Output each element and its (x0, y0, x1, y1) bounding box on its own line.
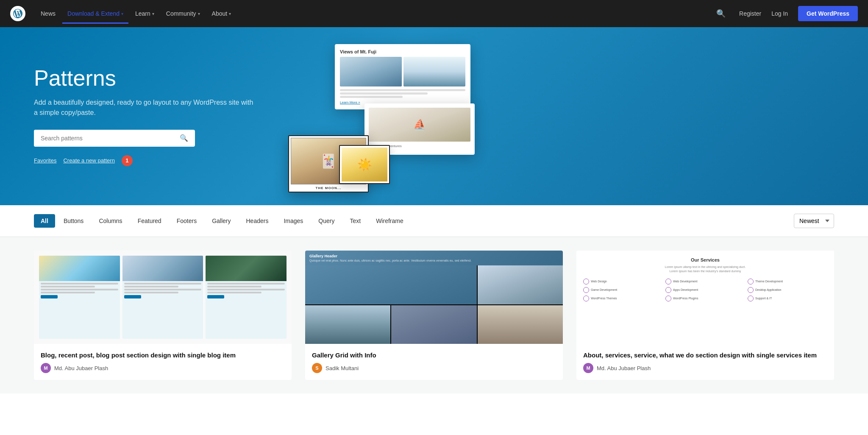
nav-item-learn[interactable]: Learn ▾ (130, 7, 159, 20)
service-label: WordPress Themes (591, 297, 617, 300)
tab-all[interactable]: All (34, 214, 55, 228)
chevron-down-icon: ▾ (152, 11, 154, 16)
service-dot (748, 279, 754, 284)
gallery-cell (478, 305, 563, 344)
author-avatar: S (312, 363, 322, 373)
pattern-author: M Md. Abu Jubaer Plash (41, 363, 285, 373)
pattern-thumbnail: Our Services Lorem ipsum ullamp text in … (576, 251, 834, 344)
hero-search-wrap: 🔍 (34, 130, 195, 147)
author-name: Md. Abu Jubaer Plash (597, 365, 651, 371)
blog-button (207, 295, 224, 298)
service-item: Support & IT (748, 296, 827, 301)
pattern-thumbnail (34, 251, 292, 344)
chevron-down-icon: ▾ (121, 11, 123, 16)
favorites-link[interactable]: Favorites (34, 157, 56, 164)
service-label: WordPress Plugins (673, 297, 698, 300)
text-line (41, 292, 95, 293)
pattern-card[interactable]: Blog, recent post, blog post section des… (34, 251, 292, 380)
hero-links: Favorites Create a new pattern 1 (34, 155, 254, 166)
blog-post-image (39, 256, 120, 281)
nav-item-news[interactable]: News (36, 7, 61, 20)
nav-item-about[interactable]: About ▾ (207, 7, 236, 20)
pattern-title: Blog, recent post, blog post section des… (41, 351, 285, 360)
hero-section: Patterns Add a beautifully designed, rea… (0, 27, 868, 205)
chevron-down-icon: ▾ (198, 11, 200, 16)
service-item: WordPress Themes (583, 296, 663, 301)
gallery-grid (305, 265, 563, 344)
text-line (124, 286, 178, 287)
text-line (124, 289, 202, 290)
pattern-title: Gallery Grid with Info (312, 351, 556, 360)
tab-buttons[interactable]: Buttons (57, 214, 90, 228)
service-label: Support & IT (755, 297, 772, 300)
text-line (207, 289, 285, 290)
auth-links: Register Log In (736, 8, 791, 19)
preview-card-sun: ☀️ (339, 145, 390, 184)
get-wordpress-button[interactable]: Get WordPress (798, 6, 858, 21)
service-dot (583, 279, 589, 284)
tab-text[interactable]: Text (343, 214, 367, 228)
register-link[interactable]: Register (736, 8, 765, 19)
service-label: Theme Development (755, 280, 783, 283)
pattern-info: Gallery Grid with Info S Sadik Multani (305, 344, 563, 380)
nav-links: News Download & Extend ▾ Learn ▾ Communi… (36, 7, 713, 20)
pattern-info: Blog, recent post, blog post section des… (34, 344, 292, 380)
service-item: Web Development (665, 279, 745, 284)
text-line (41, 286, 95, 287)
gallery-header-title: Glallery Header (309, 254, 559, 258)
nav-item-community[interactable]: Community ▾ (161, 7, 205, 20)
nav-right: 🔍 Register Log In Get WordPress (713, 6, 858, 22)
hero-subtitle: Add a beautifully designed, ready to go … (34, 98, 254, 118)
blog-post-image (206, 256, 287, 281)
text-line (207, 292, 262, 293)
text-line (124, 283, 202, 284)
blog-button (124, 295, 141, 298)
navbar: News Download & Extend ▾ Learn ▾ Communi… (0, 0, 868, 27)
tab-images[interactable]: Images (277, 214, 310, 228)
author-avatar: M (583, 363, 593, 373)
nav-item-download[interactable]: Download & Extend ▾ (62, 7, 128, 20)
author-name: Md. Abu Jubaer Plash (54, 365, 108, 371)
services-thumbnail: Our Services Lorem ipsum ullamp text in … (576, 251, 834, 344)
service-dot (748, 287, 754, 293)
pattern-title: About, services, service, what we do sec… (583, 351, 827, 360)
pattern-card[interactable]: Glallery Header Quisque vel erat phos. N… (305, 251, 563, 380)
service-dot (583, 296, 589, 301)
service-item: WordPress Plugins (665, 296, 745, 301)
service-item: Game Development (583, 287, 663, 293)
search-button[interactable]: 🔍 (713, 6, 729, 22)
tab-query[interactable]: Query (312, 214, 341, 228)
wp-logo[interactable] (10, 6, 25, 21)
login-link[interactable]: Log In (768, 8, 791, 19)
hero-content: Patterns Add a beautifully designed, rea… (34, 66, 254, 166)
author-avatar: M (41, 363, 51, 373)
gallery-cell (305, 305, 390, 344)
chevron-down-icon: ▾ (229, 11, 231, 16)
sort-dropdown[interactable]: Newest Oldest Popular (794, 214, 834, 228)
service-dot (665, 279, 671, 284)
tab-wireframe[interactable]: Wireframe (369, 214, 410, 228)
gallery-thumbnail: Glallery Header Quisque vel erat phos. N… (305, 251, 563, 344)
service-label: Apps Development (673, 288, 698, 291)
service-item: Desktop Application (748, 287, 827, 293)
blog-post-text (122, 281, 203, 300)
service-item: Theme Development (748, 279, 827, 284)
blog-post-item (39, 256, 120, 339)
pattern-author: S Sadik Multani (312, 363, 556, 373)
services-grid: Web Design Web Development Theme Develop… (583, 279, 827, 301)
tab-columns[interactable]: Columns (92, 214, 129, 228)
pattern-card[interactable]: Our Services Lorem ipsum ullamp text in … (576, 251, 834, 380)
tab-featured[interactable]: Featured (131, 214, 168, 228)
tab-footers[interactable]: Footers (170, 214, 203, 228)
search-submit-button[interactable]: 🔍 (173, 130, 195, 147)
tab-headers[interactable]: Headers (239, 214, 275, 228)
gallery-cell (391, 305, 476, 344)
services-sub: Lorem ipsum ullamp text in the ultricing… (665, 265, 746, 273)
service-item: Apps Development (665, 287, 745, 293)
hero-preview: Views of Mt. Fuji Learn More » ⛵ Follow … (254, 53, 475, 180)
blog-post-text (39, 281, 120, 300)
text-line (207, 283, 285, 284)
search-input[interactable] (34, 130, 173, 147)
tab-gallery[interactable]: Gallery (205, 214, 237, 228)
create-pattern-link[interactable]: Create a new pattern (63, 157, 114, 164)
